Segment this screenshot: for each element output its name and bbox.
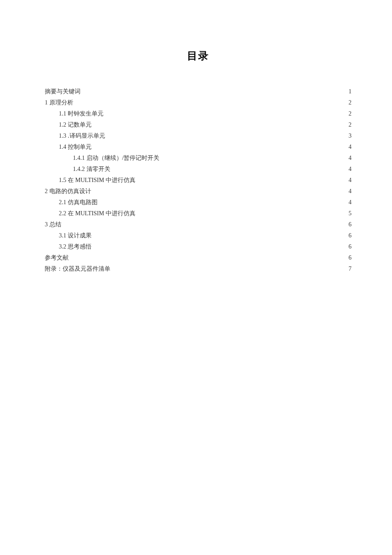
toc-entry[interactable]: 3 总结6 — [45, 219, 352, 230]
toc-entry-label: 3 总结 — [45, 219, 61, 230]
toc-entry-label: 1.2 记数单元 — [59, 119, 92, 130]
toc-entry-page: 6 — [349, 241, 352, 252]
toc-entry[interactable]: 附录：仪器及元器件清单7 — [45, 263, 352, 275]
toc-entry[interactable]: 2.2 在 MULTISIM 中进行仿真5 — [45, 208, 352, 219]
toc-entry[interactable]: 2 电路的仿真设计4 — [45, 186, 352, 197]
toc-entry-label: 1 原理分析 — [45, 97, 73, 108]
toc-entry[interactable]: 1.1 时钟发生单元2 — [45, 108, 352, 119]
toc-entry-label: 3.1 设计成果 — [59, 230, 92, 241]
toc-entry[interactable]: 1.4 控制单元4 — [45, 142, 352, 153]
toc-entry[interactable]: 1 原理分析2 — [45, 97, 352, 108]
toc-entry[interactable]: 1.2 记数单元2 — [45, 119, 352, 130]
toc-entry[interactable]: 摘要与关键词1 — [45, 86, 352, 97]
toc-entry-label: 2.1 仿真电路图 — [59, 197, 98, 208]
toc-entry-label: 1.4 控制单元 — [59, 142, 92, 153]
toc-entry-label: 1.5 在 MULTISIM 中进行仿真 — [59, 175, 135, 186]
document-page: 目录 摘要与关键词11 原理分析21.1 时钟发生单元21.2 记数单元21.3… — [0, 0, 392, 555]
toc-entry-label: 2.2 在 MULTISIM 中进行仿真 — [59, 208, 135, 219]
toc-entry-page: 2 — [349, 97, 352, 108]
toc-entry-label: 2 电路的仿真设计 — [45, 186, 91, 197]
toc-entry-page: 6 — [349, 252, 352, 263]
toc-entry-page: 4 — [349, 153, 352, 164]
toc-entry-page: 3 — [349, 130, 352, 142]
toc-entry-page: 5 — [349, 208, 352, 219]
toc-entry-page: 4 — [349, 175, 352, 186]
toc-entry-label: 参考文献 — [45, 252, 69, 263]
toc-entry-page: 4 — [349, 197, 352, 208]
toc-entry[interactable]: 1.5 在 MULTISIM 中进行仿真4 — [45, 175, 352, 186]
toc-entry-label: 1.4.1 启动（继续）/暂停记时开关 — [73, 153, 159, 164]
toc-entry-label: 3.2 思考感悟 — [59, 241, 92, 252]
toc-entry-page: 6 — [349, 230, 352, 241]
page-title: 目录 — [45, 49, 352, 63]
toc-entry-page: 6 — [349, 219, 352, 230]
toc-entry-page: 2 — [349, 119, 352, 130]
toc-entry-page: 4 — [349, 164, 352, 175]
toc-entry-page: 1 — [349, 86, 352, 97]
toc-entry-page: 4 — [349, 142, 352, 153]
toc-entry[interactable]: 2.1 仿真电路图4 — [45, 197, 352, 208]
toc-entry-page: 7 — [349, 263, 352, 275]
table-of-contents: 摘要与关键词11 原理分析21.1 时钟发生单元21.2 记数单元21.3 .译… — [45, 86, 352, 275]
toc-entry[interactable]: 3.1 设计成果6 — [45, 230, 352, 241]
toc-entry-label: 1.1 时钟发生单元 — [59, 108, 104, 119]
toc-entry-label: 附录：仪器及元器件清单 — [45, 263, 110, 275]
toc-entry-label: 1.3 .译码显示单元 — [59, 130, 105, 142]
toc-entry-label: 摘要与关键词 — [45, 86, 81, 97]
toc-entry-page: 4 — [349, 186, 352, 197]
toc-entry[interactable]: 1.4.2 清零开关4 — [45, 164, 352, 175]
toc-entry[interactable]: 1.4.1 启动（继续）/暂停记时开关4 — [45, 153, 352, 164]
toc-entry-page: 2 — [349, 108, 352, 119]
toc-entry[interactable]: 3.2 思考感悟6 — [45, 241, 352, 252]
toc-entry[interactable]: 1.3 .译码显示单元3 — [45, 130, 352, 142]
toc-entry-label: 1.4.2 清零开关 — [73, 164, 110, 175]
toc-entry[interactable]: 参考文献6 — [45, 252, 352, 263]
